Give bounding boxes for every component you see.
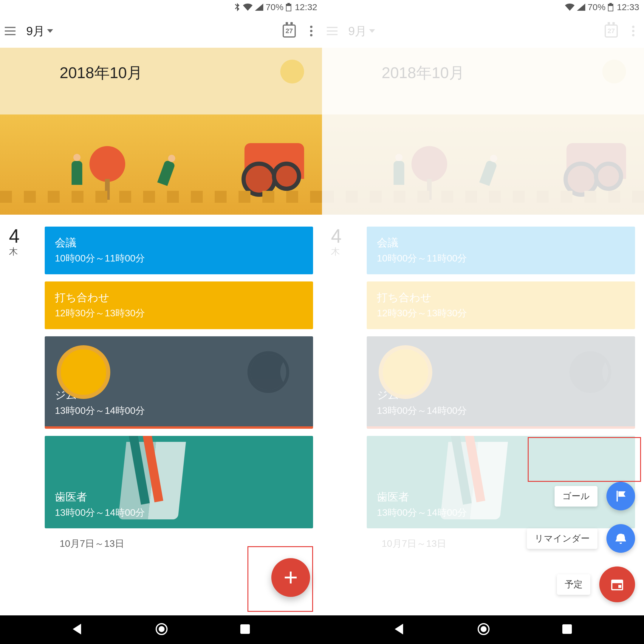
status-clock: 12:33 — [617, 2, 639, 12]
status-bar: 70% 12:33 — [322, 0, 644, 14]
tree-illustration — [89, 146, 125, 182]
day-of-week: 木 — [331, 246, 367, 258]
month-header-title: 2018年10月 — [60, 63, 143, 83]
nav-home-icon[interactable] — [477, 623, 490, 637]
event-title: 会議 — [55, 236, 303, 250]
overflow-menu-icon[interactable] — [627, 25, 639, 37]
sun-illustration — [280, 60, 304, 83]
speed-dial-item-goal[interactable]: ゴール — [555, 482, 635, 510]
tree-illustration — [411, 146, 447, 182]
nav-back-icon[interactable] — [393, 623, 406, 637]
svg-rect-2 — [240, 624, 250, 634]
reminder-fab[interactable] — [606, 524, 635, 553]
svg-point-1 — [159, 626, 165, 632]
event-card[interactable]: 打ち合わせ 12時30分～13時30分 — [45, 281, 313, 329]
event-time: 10時00分～11時00分 — [377, 252, 625, 265]
event-card[interactable]: 歯医者 13時00分～14時00分 — [45, 436, 313, 528]
month-switcher[interactable]: 9月 — [26, 23, 273, 39]
cell-signal-icon — [255, 4, 263, 11]
speed-dial-label: ゴール — [555, 486, 597, 507]
reminder-icon — [614, 532, 627, 545]
today-icon[interactable]: 27 — [283, 24, 296, 38]
fab-speed-dial: ゴール リマインダー 予定 — [527, 482, 635, 602]
month-header: 2018年10月 — [0, 48, 322, 215]
nav-home-icon[interactable] — [155, 623, 168, 637]
event-title: 歯医者 — [55, 490, 303, 504]
plus-icon — [282, 569, 299, 586]
wifi-icon — [565, 4, 575, 11]
dropdown-triangle-icon — [369, 29, 375, 33]
cell-signal-icon — [577, 4, 585, 11]
event-title: ジム — [377, 388, 625, 403]
tractor-illustration — [566, 143, 626, 179]
person-illustration — [479, 160, 497, 186]
day-column: 4 木 — [331, 227, 367, 528]
overflow-menu-icon[interactable] — [305, 25, 317, 37]
events-column: 会議 10時00分～11時00分 打ち合わせ 12時30分～13時30分 ジム … — [45, 227, 313, 528]
tractor-illustration — [244, 143, 304, 179]
speed-dial-label: リマインダー — [527, 528, 597, 549]
event-title: ジム — [55, 388, 303, 403]
flag-icon — [614, 490, 627, 503]
month-label: 9月 — [348, 23, 367, 39]
event-time: 12時30分～13時30分 — [377, 307, 625, 320]
battery-percent: 70% — [588, 2, 606, 12]
event-time: 13時00分～14時00分 — [55, 404, 303, 417]
event-title: 会議 — [377, 236, 625, 250]
dropdown-triangle-icon — [47, 29, 53, 33]
field-illustration — [0, 191, 322, 203]
day-number: 4 — [9, 227, 45, 246]
event-title: 打ち合わせ — [55, 290, 303, 305]
agenda: 4 木 会議 10時00分～11時00分 打ち合わせ 12時30分～13時30分… — [322, 215, 644, 528]
app-bar: 9月 27 — [0, 14, 322, 48]
week-range: 10月7日～13日 — [0, 528, 322, 550]
event-card[interactable]: ジム 13時00分～14時00分 — [367, 336, 635, 429]
battery-icon — [608, 3, 613, 11]
event-time: 13時00分～14時00分 — [55, 506, 303, 519]
person-illustration — [394, 161, 404, 185]
status-bar: 70% 12:32 — [0, 0, 322, 14]
menu-icon[interactable] — [5, 25, 17, 37]
svg-point-5 — [481, 626, 487, 632]
nav-bar — [0, 615, 322, 644]
battery-icon — [286, 3, 291, 11]
fab-create[interactable] — [271, 558, 310, 597]
screenshot-left: 70% 12:32 9月 27 2018年10月 4 木 会議 10時00 — [0, 0, 322, 644]
month-header-title: 2018年10月 — [382, 63, 465, 83]
month-switcher[interactable]: 9月 — [348, 23, 595, 39]
bluetooth-transfer-icon — [233, 3, 241, 11]
status-clock: 12:32 — [295, 2, 317, 12]
speed-dial-item-reminder[interactable]: リマインダー — [527, 524, 635, 553]
event-card[interactable]: ジム 13時00分～14時00分 — [45, 336, 313, 429]
event-time: 10時00分～11時00分 — [55, 252, 303, 265]
day-column: 4 木 — [9, 227, 45, 528]
nav-bar — [322, 615, 644, 644]
day-of-week: 木 — [9, 246, 45, 258]
svg-point-3 — [622, 534, 624, 537]
month-label: 9月 — [26, 23, 45, 39]
nav-back-icon[interactable] — [71, 623, 84, 637]
event-card[interactable]: 会議 10時00分～11時00分 — [367, 227, 635, 274]
field-illustration — [322, 191, 644, 203]
event-fab[interactable] — [599, 566, 635, 602]
battery-percent: 70% — [266, 2, 284, 12]
goal-fab[interactable] — [606, 482, 635, 510]
agenda: 4 木 会議 10時00分～11時00分 打ち合わせ 12時30分～13時30分… — [0, 215, 322, 528]
speed-dial-item-event[interactable]: 予定 — [557, 566, 635, 602]
sun-illustration — [602, 60, 626, 83]
today-icon[interactable]: 27 — [605, 24, 618, 38]
wifi-icon — [243, 4, 253, 11]
screenshot-right: 70% 12:33 9月 27 2018年10月 4 木 会議 10時00 — [322, 0, 644, 644]
month-header: 2018年10月 — [322, 48, 644, 215]
day-number: 4 — [331, 227, 367, 246]
event-card[interactable]: 打ち合わせ 12時30分～13時30分 — [367, 281, 635, 329]
person-illustration — [157, 160, 175, 186]
menu-icon[interactable] — [327, 25, 339, 37]
nav-recents-icon[interactable] — [239, 623, 251, 636]
app-bar: 9月 27 — [322, 14, 644, 48]
event-card[interactable]: 会議 10時00分～11時00分 — [45, 227, 313, 274]
event-time: 13時00分～14時00分 — [377, 404, 625, 417]
nav-recents-icon[interactable] — [561, 623, 573, 636]
person-illustration — [72, 161, 82, 185]
calendar-event-icon — [609, 577, 625, 592]
